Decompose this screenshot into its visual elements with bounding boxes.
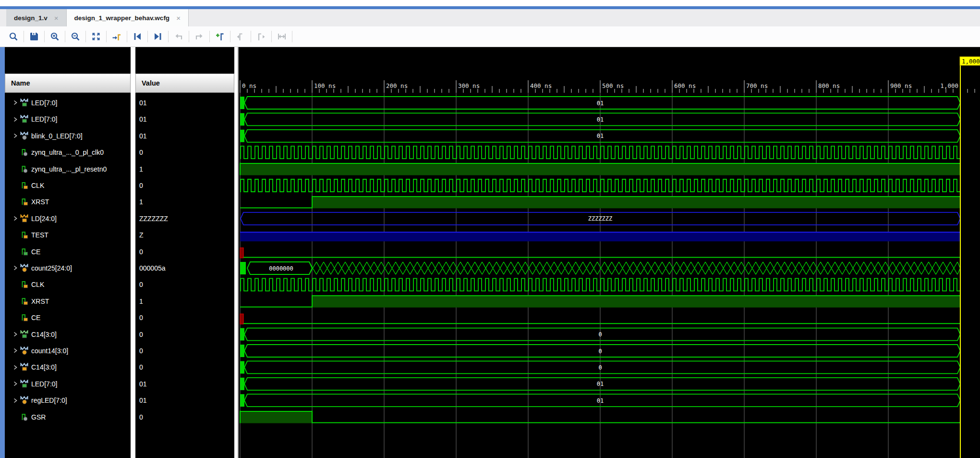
previous-marker-icon: [235, 31, 246, 42]
expand-chevron-icon[interactable]: [13, 365, 18, 370]
signal-row-value[interactable]: 000005a: [135, 260, 234, 276]
toolbar-divider: [230, 31, 230, 42]
signal-name: count14[3:0]: [31, 347, 68, 355]
signal-value-panel: Value 0101010101ZZZZZZZZ0000005a01000001…: [135, 47, 234, 458]
time-cursor[interactable]: 1,000: [960, 57, 980, 458]
expand-chevron-icon[interactable]: [13, 332, 18, 337]
signal-row-value[interactable]: 01: [135, 376, 234, 392]
signal-value: 01: [135, 396, 147, 404]
expand-chevron-icon[interactable]: [13, 348, 18, 353]
signal-row-name[interactable]: XRST: [5, 194, 131, 210]
tab-close-icon[interactable]: ×: [54, 14, 59, 22]
signal-row-name[interactable]: C14[3:0]: [5, 359, 131, 375]
signal-row-value[interactable]: 0: [135, 177, 234, 194]
bus-value-label: 0: [598, 364, 602, 371]
signal-row-value[interactable]: ZZZZZZZ: [135, 210, 234, 227]
signal-row-name[interactable]: count14[3:0]: [5, 343, 131, 359]
signal-row-value[interactable]: 0: [135, 408, 234, 425]
signal-row-name[interactable]: CE: [5, 243, 131, 260]
ruler-tick-label: 0 ns: [242, 82, 256, 89]
signal-row-name[interactable]: C14[3:0]: [5, 326, 131, 342]
signal-row-value[interactable]: 01: [135, 128, 234, 144]
signal-row-name[interactable]: regLED[7:0]: [5, 392, 131, 408]
add-marker-button[interactable]: [211, 29, 229, 44]
zoom-out-icon: [70, 31, 81, 42]
expand-chevron-icon[interactable]: [13, 381, 18, 386]
expand-chevron-icon[interactable]: [13, 216, 18, 221]
save-wave-config-icon: [29, 31, 39, 42]
signal-name: LED[7:0]: [31, 380, 57, 388]
signal-row-name[interactable]: GSR: [5, 408, 131, 425]
signal-row-value[interactable]: 0: [135, 326, 234, 342]
signal-row-name[interactable]: TEST: [5, 227, 131, 243]
tab-design-1-v[interactable]: design_1.v ×: [6, 9, 67, 26]
swap-cursors-icon: [277, 31, 287, 42]
signal-row-value[interactable]: 1: [135, 194, 234, 210]
zoom-fit-button[interactable]: [87, 29, 105, 44]
signal-row-name[interactable]: LED[7:0]: [5, 111, 131, 127]
signal-row-value[interactable]: 0: [135, 343, 234, 359]
signal-row-name[interactable]: LED[7:0]: [5, 376, 131, 392]
vivado-waveform-window: design_1.v × design_1_wrapper_behav.wcfg…: [0, 0, 980, 458]
signal-value: 000005a: [135, 264, 166, 272]
signal-value: 0: [135, 314, 143, 322]
bus-signal-icon: [20, 330, 29, 339]
tab-close-icon[interactable]: ×: [176, 14, 181, 22]
toolbar-divider: [271, 31, 272, 42]
signal-row-name[interactable]: count25[24:0]: [5, 260, 131, 276]
signal-row-name[interactable]: CE: [5, 309, 131, 326]
zoom-in-button[interactable]: [46, 29, 63, 44]
toolbar-divider: [85, 31, 86, 42]
signal-row-name[interactable]: CLK: [5, 276, 131, 293]
waveform-canvas[interactable]: 0 ns100 ns200 ns300 ns400 ns500 ns600 ns…: [239, 47, 980, 458]
go-to-last-time-button[interactable]: [149, 29, 167, 44]
signal-name: C14[3:0]: [31, 331, 57, 338]
signal-row-name[interactable]: CLK: [5, 177, 131, 194]
signal-row-value[interactable]: 0: [135, 359, 234, 375]
tab-design-1-wrapper-behav-wcfg[interactable]: design_1_wrapper_behav.wcfg ×: [67, 9, 189, 26]
save-wave-config-button[interactable]: [25, 29, 43, 44]
signal-row-name[interactable]: LED[7:0]: [5, 95, 131, 111]
next-transition-button: [191, 29, 208, 44]
signal-row-value[interactable]: 1: [135, 293, 234, 309]
cursor-time-label: 1,000: [962, 58, 980, 65]
signal-row-name[interactable]: blink_0_LED[7:0]: [5, 128, 131, 144]
signal-row-value[interactable]: 0: [135, 243, 234, 260]
signal-value: 0: [135, 331, 143, 338]
signal-row-value[interactable]: 0: [135, 309, 234, 326]
waveform-panel[interactable]: 0 ns100 ns200 ns300 ns400 ns500 ns600 ns…: [238, 47, 980, 458]
signal-row-value[interactable]: 01: [135, 392, 234, 408]
wave-row-xrst: [240, 295, 960, 308]
zoom-out-button[interactable]: [67, 29, 84, 44]
previous-transition-icon: [173, 31, 184, 42]
signal-value: 01: [135, 99, 147, 107]
ruler-tick-label: 200 ns: [386, 82, 408, 89]
document-tabbar: design_1.v × design_1_wrapper_behav.wcfg…: [0, 9, 980, 26]
go-to-time-0-button[interactable]: [129, 29, 146, 44]
expand-chevron-icon[interactable]: [13, 133, 18, 138]
zoom-in-icon: [49, 31, 60, 42]
expand-chevron-icon[interactable]: [13, 398, 18, 403]
signal-name: zynq_ultra_..._pl_resetn0: [31, 165, 107, 173]
signal-row-value[interactable]: 01: [135, 111, 234, 127]
toolbar-divider: [168, 31, 169, 42]
signal-row-value[interactable]: 0: [135, 144, 234, 161]
zoom-fit-icon: [91, 31, 101, 42]
signal-value: 1: [135, 198, 143, 206]
signal-row-name[interactable]: XRST: [5, 293, 131, 309]
signal-row-value[interactable]: 01: [135, 95, 234, 111]
expand-chevron-icon[interactable]: [13, 100, 18, 105]
zoom-to-cursor-button[interactable]: [108, 29, 125, 44]
signal-row-value[interactable]: Z: [135, 227, 234, 243]
signal-row-name[interactable]: zynq_ultra_..._0_pl_clk0: [5, 144, 131, 161]
signal-row-name[interactable]: LD[24:0]: [5, 210, 131, 227]
search-button[interactable]: [5, 29, 22, 44]
wave-row-test: [240, 232, 960, 241]
signal-row-value[interactable]: 1: [135, 161, 234, 177]
signal-row-value[interactable]: 0: [135, 276, 234, 293]
wave-row-xrst: [240, 196, 960, 208]
bus-value-label: 0: [598, 331, 602, 338]
expand-chevron-icon[interactable]: [13, 265, 18, 271]
signal-row-name[interactable]: zynq_ultra_..._pl_resetn0: [5, 161, 131, 177]
expand-chevron-icon[interactable]: [13, 117, 18, 122]
